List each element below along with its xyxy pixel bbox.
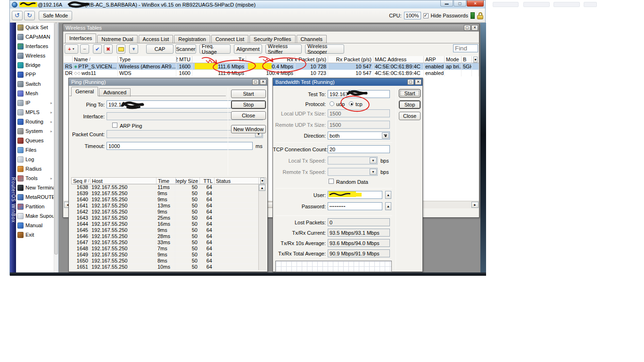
column-header-b[interactable]: B [462,56,472,63]
undo-button[interactable]: ↺ [12,11,23,20]
freq-usage-button[interactable]: Freq. Usage [199,44,231,54]
sidebar-item-queues[interactable]: Queues [16,136,54,145]
bw-close-button[interactable]: Close [399,112,421,120]
ping-result-row[interactable]: 1640192.167.55.2509ms5064 [71,197,266,203]
user-input[interactable] [328,191,382,199]
close-icon[interactable]: ✕ [415,79,421,85]
maximize-icon[interactable]: ▢ [252,79,259,85]
column-header-reply-size[interactable]: Reply Size [176,178,200,184]
sidebar-item-ppp[interactable]: PPP [16,70,54,79]
ping-result-row[interactable]: 1638192.167.55.25011ms5064 [71,184,266,190]
comment-button[interactable] [116,44,125,54]
sidebar-scrollbar[interactable] [54,23,58,272]
maximize-button[interactable]: ▢ [454,0,466,7]
ping-result-row[interactable]: 1646192.167.55.25028ms5064 [71,233,266,239]
protocol-udp-radio[interactable] [330,101,334,106]
ping-result-row[interactable]: 1650192.167.55.2508ms5064 [71,258,266,264]
sidebar-item-ip[interactable]: IP▸ [16,98,54,107]
sidebar-item-interfaces[interactable]: Interfaces [16,41,54,51]
sidebar-item-new-terminal[interactable]: New Terminal [16,183,54,192]
ping-result-row[interactable]: 1641192.167.55.25013ms5064 [71,203,266,209]
column-header-mac-address[interactable]: MAC Address [373,56,424,63]
sidebar-scrollbar-thumb[interactable] [54,23,58,255]
sidebar-item-radius[interactable]: Radius [16,164,54,173]
sidebar-item-bridge[interactable]: Bridge [16,60,54,70]
ping-close-button[interactable]: Close [231,111,266,120]
tab-channels[interactable]: Channels [297,35,327,43]
tcp-connection-count-input[interactable]: 20 [328,145,390,153]
column-header-rx[interactable]: Rx [246,56,295,63]
minimize-button[interactable]: ▬ [440,0,453,7]
wireless-tables-titlebar[interactable]: Wireless Tables ▢ ✕ [63,24,479,32]
safe-mode-button[interactable]: Safe Mode [39,11,72,20]
sidebar-item-manual[interactable]: Manual [16,221,54,230]
sidebar-item-wireless[interactable]: Wireless [16,51,54,60]
sidebar-item-mesh[interactable]: Mesh [16,89,54,98]
close-button[interactable]: ✕ [467,0,484,7]
enable-button[interactable]: ✔ [93,44,102,54]
tab-nstreme-dual[interactable]: Nstreme Dual [97,35,137,43]
ping-result-row[interactable]: 1645192.167.55.2509ms5064 [71,227,266,233]
sidebar-item-metarouter[interactable]: MetaROUTER [16,192,54,202]
add-button[interactable]: +▼ [65,44,78,54]
sidebar-item-exit[interactable]: Exit [16,230,54,239]
title-bar[interactable]: @192.16A (RB-AC_S.BARBARA) - WinBox v6.1… [10,0,485,8]
column-header-ttl[interactable]: TTL [200,178,215,184]
maximize-icon[interactable]: ▢ [464,25,471,31]
ping-stop-button[interactable]: Stop [231,100,266,109]
hide-passwords-checkbox[interactable]: ✓ [423,13,429,18]
ping-new-window-button[interactable]: New Window [231,125,266,133]
ping-result-row[interactable]: 1644192.167.55.25016ms5064 [71,221,266,227]
bandwidth-titlebar[interactable]: Bandwidth Test (Running) ▢ ✕ [273,78,422,86]
vertical-scrollbar[interactable]: ▲ [258,184,266,270]
tab-access-list[interactable]: Access List [139,35,173,43]
close-icon[interactable]: ✕ [260,79,266,85]
scroll-up-icon[interactable]: ▲ [259,185,265,191]
timeout-input[interactable]: 1000 [107,142,253,150]
column-header-status[interactable]: Status [215,178,259,184]
column-header-time[interactable]: Time [157,178,176,184]
column-options-icon[interactable]: ▼ [260,178,264,184]
redo-button[interactable]: ↻ [24,11,35,20]
column-header-name[interactable]: Name/ [73,56,118,63]
sidebar-item-tools[interactable]: Tools▸ [16,173,54,183]
direction-combo[interactable]: both [328,132,390,140]
alignment-button[interactable]: Alignment [234,44,262,54]
ping-result-row[interactable]: 1651192.167.55.25010ms5064 [71,264,266,270]
sidebar-item-system[interactable]: System▸ [16,126,54,136]
column-header-rx-packet-p-s-[interactable]: Rx Packet (p/s) [328,56,373,63]
scroll-right-icon[interactable]: ► [471,202,479,208]
sidebar-item-partition[interactable]: Partition [16,202,54,211]
tab-security-profiles[interactable]: Security Profiles [249,35,295,43]
ping-result-row[interactable]: 1647192.167.55.25033ms5064 [71,239,266,246]
tab-registration[interactable]: Registration [174,35,210,43]
column-header-host[interactable]: Host [91,178,157,184]
column-header-tx[interactable]: Tx [192,56,246,63]
sidebar-item-capsman[interactable]: CAPsMAN [16,32,54,41]
disable-button[interactable]: ✖ [104,44,113,54]
sidebar-item-quick-set[interactable]: Quick Set [16,23,54,32]
sidebar-item-log[interactable]: Log [16,155,54,164]
arp-ping-checkbox[interactable] [112,123,117,128]
ping-result-row[interactable]: 1649192.167.55.2509ms5064 [71,252,266,258]
sidebar-item-switch[interactable]: Switch [16,79,54,89]
column-header-tx-packet-p-s-[interactable]: Tx Packet (p/s) [295,56,328,63]
protocol-tcp-radio[interactable] [349,101,354,106]
ping-result-row[interactable]: 1648192.167.55.2507ms5064 [71,246,266,252]
close-icon[interactable]: ✕ [471,25,478,31]
wireless-snooper-button[interactable]: Wireless Snooper [305,44,344,54]
column-options-icon[interactable]: ▼ [473,57,478,63]
sidebar-item-mpls[interactable]: MPLS▸ [16,107,54,117]
wireless-sniffer-button[interactable]: Wireless Sniffer [265,44,302,54]
password-input[interactable]: ••••••••• [328,202,382,210]
interface-row[interactable]: RS◈PTP_S.VICEN...Wireless (Atheros AR9..… [64,63,479,70]
spinner-up-icon[interactable]: ▲ [385,202,391,210]
dropdown-options-icon[interactable] [382,132,389,139]
interface-row[interactable]: DRS◇◇wds11WDS1600111.6 Mbps100.4 Mbps10 … [64,70,479,76]
tab-interfaces[interactable]: Interfaces [65,33,96,43]
bw-start-button[interactable]: Start [399,89,421,98]
ping-result-row[interactable]: 1643192.167.55.25025ms5064 [71,215,266,221]
column-header-arp[interactable]: ARP [424,56,445,63]
remove-button[interactable]: − [80,44,89,54]
ping-result-row[interactable]: 1639192.167.55.2509ms5064 [71,190,266,197]
